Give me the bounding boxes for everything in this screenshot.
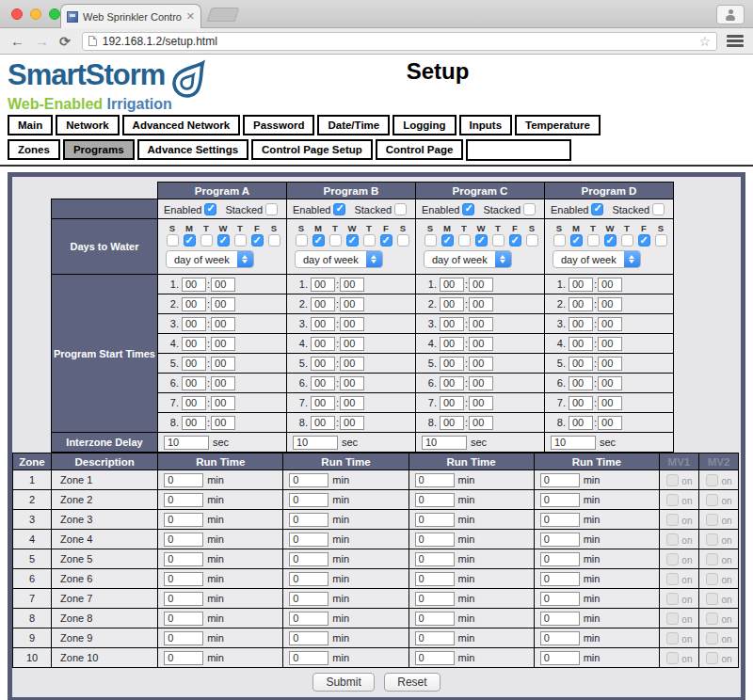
nav-button-password[interactable]: Password: [243, 115, 314, 135]
day-checkbox[interactable]: [475, 234, 488, 247]
nav-button-programs[interactable]: Programs: [63, 139, 135, 160]
run-time-input[interactable]: [164, 533, 203, 547]
run-time-input[interactable]: [289, 592, 328, 606]
start-time-minute-input[interactable]: [211, 337, 235, 351]
stacked-checkbox[interactable]: [394, 203, 407, 215]
run-time-input[interactable]: [415, 493, 455, 507]
close-window-icon[interactable]: [11, 8, 23, 20]
run-time-input[interactable]: [289, 572, 328, 586]
start-time-hour-input[interactable]: [569, 396, 593, 410]
start-time-minute-input[interactable]: [211, 317, 235, 331]
day-checkbox[interactable]: [509, 234, 521, 247]
start-time-hour-input[interactable]: [182, 317, 206, 331]
start-time-hour-input[interactable]: [569, 317, 593, 331]
stacked-checkbox[interactable]: [523, 203, 536, 215]
run-time-input[interactable]: [540, 592, 580, 606]
day-checkbox[interactable]: [441, 234, 454, 247]
enabled-checkbox[interactable]: [591, 203, 603, 215]
start-time-minute-input[interactable]: [598, 376, 622, 390]
day-mode-select[interactable]: day of week: [166, 250, 254, 268]
start-time-minute-input[interactable]: [340, 337, 364, 351]
nav-button-inputs[interactable]: Inputs: [459, 115, 513, 135]
run-time-input[interactable]: [540, 572, 580, 586]
run-time-input[interactable]: [415, 552, 455, 566]
start-time-minute-input[interactable]: [598, 416, 622, 430]
day-checkbox[interactable]: [200, 234, 213, 247]
nav-button-advance-settings[interactable]: Advance Settings: [137, 139, 249, 160]
enabled-checkbox[interactable]: [204, 203, 216, 215]
start-time-hour-input[interactable]: [440, 297, 464, 311]
day-checkbox[interactable]: [312, 234, 325, 247]
nav-button-network[interactable]: Network: [56, 115, 119, 135]
run-time-input[interactable]: [540, 612, 580, 626]
start-time-hour-input[interactable]: [311, 297, 335, 311]
reload-icon[interactable]: ⟳: [59, 35, 71, 48]
start-time-minute-input[interactable]: [340, 278, 364, 292]
start-time-minute-input[interactable]: [469, 357, 493, 371]
start-time-minute-input[interactable]: [340, 357, 364, 371]
run-time-input[interactable]: [540, 631, 580, 645]
nav-button-logging[interactable]: Logging: [393, 115, 456, 135]
profile-button[interactable]: [716, 5, 745, 24]
run-time-input[interactable]: [289, 651, 328, 665]
day-mode-select[interactable]: day of week: [553, 250, 641, 268]
run-time-input[interactable]: [289, 552, 328, 566]
start-time-hour-input[interactable]: [182, 396, 206, 410]
day-checkbox[interactable]: [296, 234, 308, 247]
interzone-delay-input[interactable]: [293, 436, 338, 450]
start-time-hour-input[interactable]: [311, 376, 335, 390]
start-time-hour-input[interactable]: [569, 357, 593, 371]
run-time-input[interactable]: [164, 612, 203, 626]
day-checkbox[interactable]: [570, 234, 583, 247]
day-checkbox[interactable]: [184, 234, 196, 247]
url-text[interactable]: 192.168.1.2/setup.html: [103, 35, 217, 48]
start-time-minute-input[interactable]: [340, 317, 364, 331]
day-mode-select[interactable]: day of week: [295, 250, 383, 268]
submit-button[interactable]: Submit: [312, 673, 374, 692]
start-time-hour-input[interactable]: [311, 278, 335, 292]
run-time-input[interactable]: [415, 513, 455, 527]
day-checkbox[interactable]: [638, 234, 650, 247]
day-checkbox[interactable]: [329, 234, 342, 247]
start-time-hour-input[interactable]: [569, 337, 593, 351]
day-checkbox[interactable]: [217, 234, 230, 247]
day-checkbox[interactable]: [587, 234, 600, 247]
run-time-input[interactable]: [164, 572, 203, 586]
browser-tab[interactable]: Web Sprinkler Controller ✕: [60, 4, 201, 28]
start-time-hour-input[interactable]: [311, 416, 335, 430]
start-time-hour-input[interactable]: [182, 337, 206, 351]
tab-close-icon[interactable]: ✕: [186, 10, 195, 23]
day-checkbox[interactable]: [553, 234, 566, 247]
start-time-hour-input[interactable]: [569, 297, 593, 311]
start-time-hour-input[interactable]: [311, 317, 335, 331]
start-time-hour-input[interactable]: [440, 376, 464, 390]
day-checkbox[interactable]: [346, 234, 359, 247]
start-time-minute-input[interactable]: [598, 337, 622, 351]
start-time-minute-input[interactable]: [469, 297, 493, 311]
start-time-minute-input[interactable]: [598, 278, 622, 292]
interzone-delay-input[interactable]: [551, 436, 596, 450]
start-time-minute-input[interactable]: [469, 337, 493, 351]
nav-button-control-page[interactable]: Control Page: [376, 139, 464, 160]
start-time-minute-input[interactable]: [598, 396, 622, 410]
day-checkbox[interactable]: [492, 234, 505, 247]
nav-button-control-page-setup[interactable]: Control Page Setup: [251, 139, 373, 160]
start-time-minute-input[interactable]: [598, 317, 622, 331]
day-checkbox[interactable]: [234, 234, 247, 247]
day-mode-select[interactable]: day of week: [424, 250, 512, 268]
run-time-input[interactable]: [415, 612, 455, 626]
run-time-input[interactable]: [289, 473, 328, 487]
run-time-input[interactable]: [164, 592, 203, 606]
start-time-minute-input[interactable]: [340, 416, 364, 430]
start-time-minute-input[interactable]: [598, 357, 622, 371]
start-time-hour-input[interactable]: [311, 396, 335, 410]
back-icon[interactable]: ←: [10, 34, 24, 48]
start-time-minute-input[interactable]: [340, 376, 364, 390]
interzone-delay-input[interactable]: [164, 436, 209, 450]
start-time-minute-input[interactable]: [469, 376, 493, 390]
start-time-hour-input[interactable]: [182, 278, 206, 292]
start-time-hour-input[interactable]: [569, 278, 593, 292]
start-time-minute-input[interactable]: [340, 297, 364, 311]
start-time-hour-input[interactable]: [569, 416, 593, 430]
nav-button-main[interactable]: Main: [8, 115, 53, 135]
